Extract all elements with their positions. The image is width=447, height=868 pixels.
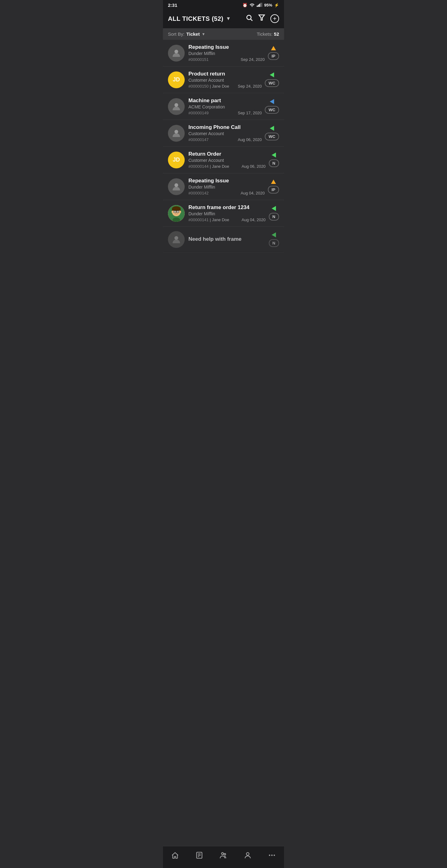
priority-left-green-icon [270,126,274,131]
ticket-number: #00000151 [188,57,209,62]
avatar [168,98,185,115]
ticket-meta: #00000142 Aug 04, 2020 [188,191,265,195]
profile-icon [244,851,252,861]
ticket-number: #00000144 | Jane Doe [188,164,229,169]
status-badge: WC [265,79,279,87]
avatar: JD [168,152,185,168]
sort-chevron-icon[interactable]: ▼ [202,32,205,36]
ticket-company: Dunder Mifflin [188,185,265,189]
nav-item-tickets[interactable] [190,850,208,862]
ticket-date: Sep 24, 2020 [238,84,262,89]
ticket-item[interactable]: Repeating Issue Dunder Mifflin #00000151… [163,40,284,66]
status-badge: N [269,239,279,247]
priority-left-green-icon [272,206,276,211]
svg-rect-4 [262,3,262,7]
add-button[interactable]: + [270,14,279,23]
ticket-item[interactable]: JD Return Order Customer Account #000001… [163,147,284,173]
ticket-right: N [269,232,279,247]
battery-percentage: 95% [264,3,272,7]
ticket-date: Aug 04, 2020 [241,191,265,195]
svg-rect-15 [172,209,181,211]
svg-point-34 [269,855,270,856]
svg-rect-2 [259,4,260,7]
priority-left-green-icon [272,232,276,237]
more-icon [268,851,276,861]
chevron-down-icon[interactable]: ▼ [226,16,231,22]
priority-left-blue-icon [270,99,274,104]
ticket-right: N [269,206,279,221]
ticket-item[interactable]: Incoming Phone Call Customer Account #00… [163,120,284,147]
ticket-number: #00000150 | Jane Doe [188,84,229,89]
bottom-nav [163,846,284,868]
header: ALL TICKETS (52) ▼ + [163,10,284,28]
ticket-item[interactable]: Repeating Issue Dunder Mifflin #00000142… [163,173,284,200]
ticket-date: Sep 17, 2020 [238,111,262,115]
search-icon[interactable] [245,14,253,23]
ticket-date: Sep 24, 2020 [241,57,265,62]
nav-item-home[interactable] [166,850,184,862]
tickets-count-label: Tickets: 52 [257,31,279,37]
ticket-item[interactable]: JD Product return Customer Account #0000… [163,66,284,93]
header-title: ALL TICKETS (52) ▼ [168,15,231,22]
nav-item-contacts[interactable] [214,850,233,862]
ticket-company: Customer Account [188,131,262,136]
ticket-meta: #00000144 | Jane Doe Aug 06, 2020 [188,164,266,169]
svg-point-26 [174,236,178,240]
priority-up-orange-icon [271,46,276,50]
ticket-meta: #00000150 | Jane Doe Sep 24, 2020 [188,84,262,89]
svg-point-24 [172,211,173,213]
status-badge: WC [265,133,279,141]
status-bar-right: ⏰ 95% ⚡ [242,2,279,8]
ticket-company: Dunder Mifflin [188,51,265,56]
ticket-item[interactable]: Machine part ACME Corporation #00000149 … [163,93,284,120]
ticket-title: Incoming Phone Call [188,124,262,130]
priority-left-green-icon [272,153,276,157]
nav-item-profile[interactable] [239,850,257,862]
ticket-title: Repeating Issue [188,44,265,50]
svg-rect-3 [261,3,262,7]
ticket-content: Return frame order 1234 Dunder Mifflin #… [188,205,266,222]
sort-label: Sort By: Ticket ▼ [168,31,205,37]
ticket-item-truncated[interactable]: Need help with frame N [163,227,284,253]
ticket-content: Need help with frame [188,236,266,243]
svg-point-36 [273,855,275,856]
svg-point-10 [174,130,178,133]
avatar [168,231,185,248]
ticket-content: Repeating Issue Dunder Mifflin #00000142… [188,178,265,195]
ticket-content: Repeating Issue Dunder Mifflin #00000151… [188,44,265,62]
ticket-title: Machine part [188,98,262,104]
contacts-icon [219,851,228,861]
ticket-right: IP [268,180,279,193]
ticket-number: #00000149 [188,111,209,115]
ticket-meta: #00000149 Sep 17, 2020 [188,111,262,115]
avatar [168,205,185,222]
svg-rect-0 [257,6,257,7]
battery-icon: ⚡ [274,3,279,7]
ticket-date: Aug 06, 2020 [238,137,262,142]
filter-icon[interactable] [258,14,265,23]
avatar [168,125,185,142]
svg-point-18 [174,211,175,212]
ticket-title: Return frame order 1234 [188,205,266,211]
tickets-icon [195,851,203,861]
avatar [168,45,185,62]
ticket-meta: #00000151 Sep 24, 2020 [188,57,265,62]
ticket-company: Dunder Mifflin [188,211,266,216]
svg-point-25 [180,211,181,213]
ticket-content: Return Order Customer Account #00000144 … [188,151,266,169]
ticket-item[interactable]: Return frame order 1234 Dunder Mifflin #… [163,200,284,227]
svg-point-33 [246,852,249,855]
avatar [168,178,185,195]
priority-left-green-icon [270,72,274,78]
status-bar: 2:31 ⏰ 95% ⚡ [163,0,284,10]
ticket-content: Incoming Phone Call Customer Account #00… [188,124,262,142]
ticket-company: Customer Account [188,78,262,83]
svg-rect-1 [258,5,259,7]
svg-line-6 [251,19,253,21]
status-badge: IP [268,186,279,193]
svg-point-32 [224,854,226,855]
nav-item-more[interactable] [263,850,281,862]
header-all-tickets: ALL TICKETS (52) [168,15,224,22]
signal-icon [257,2,262,8]
home-icon [171,851,179,861]
